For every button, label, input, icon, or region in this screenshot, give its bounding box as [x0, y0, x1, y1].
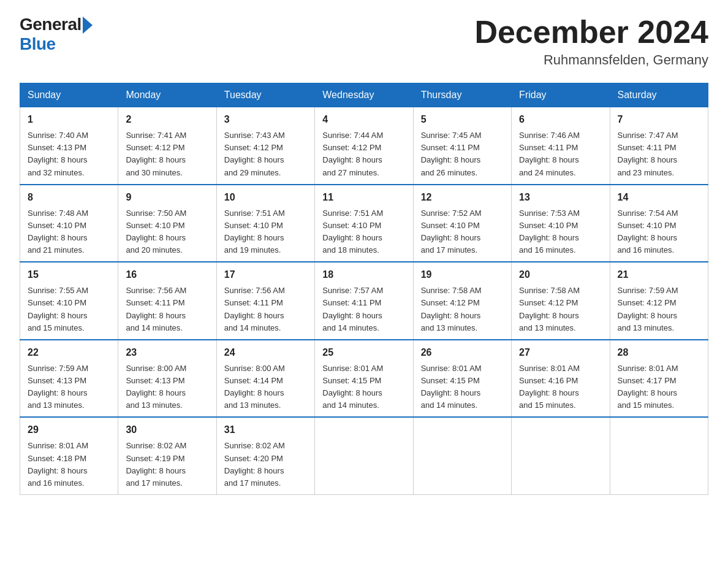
col-header-wednesday: Wednesday [315, 83, 413, 107]
calendar-cell: 6Sunrise: 7:46 AMSunset: 4:11 PMDaylight… [512, 107, 610, 185]
calendar-header-row: SundayMondayTuesdayWednesdayThursdayFrid… [20, 83, 708, 107]
day-info: Sunrise: 7:40 AMSunset: 4:13 PMDaylight:… [28, 129, 110, 179]
day-number: 7 [618, 112, 700, 127]
calendar-week-row: 15Sunrise: 7:55 AMSunset: 4:10 PMDayligh… [20, 262, 708, 340]
calendar-cell: 15Sunrise: 7:55 AMSunset: 4:10 PMDayligh… [20, 262, 118, 340]
day-number: 22 [28, 345, 110, 360]
calendar-cell: 5Sunrise: 7:45 AMSunset: 4:11 PMDaylight… [413, 107, 511, 185]
logo-blue-text: Blue [20, 34, 56, 54]
calendar-cell: 24Sunrise: 8:00 AMSunset: 4:14 PMDayligh… [216, 340, 314, 418]
title-block: December 2024 Ruhmannsfelden, Germany [474, 15, 708, 68]
day-number: 21 [618, 267, 700, 282]
calendar-cell: 3Sunrise: 7:43 AMSunset: 4:12 PMDaylight… [216, 107, 314, 185]
day-number: 9 [126, 190, 208, 205]
calendar-cell: 13Sunrise: 7:53 AMSunset: 4:10 PMDayligh… [512, 185, 610, 262]
day-info: Sunrise: 7:46 AMSunset: 4:11 PMDaylight:… [519, 129, 602, 179]
calendar-cell: 18Sunrise: 7:57 AMSunset: 4:11 PMDayligh… [315, 262, 413, 340]
day-number: 24 [224, 345, 307, 360]
day-number: 2 [126, 112, 208, 127]
calendar-cell: 11Sunrise: 7:51 AMSunset: 4:10 PMDayligh… [315, 185, 413, 262]
day-info: Sunrise: 7:53 AMSunset: 4:10 PMDaylight:… [519, 207, 602, 257]
calendar-week-row: 1Sunrise: 7:40 AMSunset: 4:13 PMDaylight… [20, 107, 708, 185]
calendar-cell: 20Sunrise: 7:58 AMSunset: 4:12 PMDayligh… [512, 262, 610, 340]
day-number: 20 [519, 267, 602, 282]
day-number: 25 [322, 345, 405, 360]
calendar-cell: 19Sunrise: 7:58 AMSunset: 4:12 PMDayligh… [413, 262, 511, 340]
day-info: Sunrise: 7:43 AMSunset: 4:12 PMDaylight:… [224, 129, 307, 179]
day-info: Sunrise: 7:50 AMSunset: 4:10 PMDaylight:… [126, 207, 208, 257]
calendar-cell: 14Sunrise: 7:54 AMSunset: 4:10 PMDayligh… [610, 185, 708, 262]
day-number: 26 [421, 345, 504, 360]
page-header: General Blue December 2024 Ruhmannsfelde… [20, 15, 708, 68]
calendar-cell [610, 417, 708, 494]
day-info: Sunrise: 8:02 AMSunset: 4:20 PMDaylight:… [224, 440, 307, 489]
calendar-cell: 25Sunrise: 8:01 AMSunset: 4:15 PMDayligh… [315, 340, 413, 418]
day-number: 10 [224, 190, 307, 205]
day-number: 6 [519, 112, 602, 127]
day-number: 3 [224, 112, 307, 127]
calendar-cell: 7Sunrise: 7:47 AMSunset: 4:11 PMDaylight… [610, 107, 708, 185]
calendar-week-row: 8Sunrise: 7:48 AMSunset: 4:10 PMDaylight… [20, 185, 708, 262]
calendar-cell: 22Sunrise: 7:59 AMSunset: 4:13 PMDayligh… [20, 340, 118, 418]
day-number: 23 [126, 345, 208, 360]
day-number: 16 [126, 267, 208, 282]
calendar-cell: 2Sunrise: 7:41 AMSunset: 4:12 PMDaylight… [118, 107, 216, 185]
day-info: Sunrise: 7:51 AMSunset: 4:10 PMDaylight:… [224, 207, 307, 257]
day-info: Sunrise: 7:58 AMSunset: 4:12 PMDaylight:… [421, 285, 504, 334]
day-number: 28 [618, 345, 700, 360]
day-number: 31 [224, 423, 307, 437]
day-number: 13 [519, 190, 602, 205]
day-number: 18 [322, 267, 405, 282]
day-info: Sunrise: 7:59 AMSunset: 4:12 PMDaylight:… [618, 285, 700, 334]
calendar-cell: 8Sunrise: 7:48 AMSunset: 4:10 PMDaylight… [20, 185, 118, 262]
calendar-cell: 12Sunrise: 7:52 AMSunset: 4:10 PMDayligh… [413, 185, 511, 262]
day-number: 5 [421, 112, 504, 127]
day-number: 30 [126, 423, 208, 437]
day-info: Sunrise: 7:47 AMSunset: 4:11 PMDaylight:… [618, 129, 700, 179]
calendar-cell: 26Sunrise: 8:01 AMSunset: 4:15 PMDayligh… [413, 340, 511, 418]
day-number: 27 [519, 345, 602, 360]
day-number: 14 [618, 190, 700, 205]
calendar-cell: 10Sunrise: 7:51 AMSunset: 4:10 PMDayligh… [216, 185, 314, 262]
calendar-cell: 31Sunrise: 8:02 AMSunset: 4:20 PMDayligh… [216, 417, 314, 494]
day-info: Sunrise: 8:01 AMSunset: 4:16 PMDaylight:… [519, 362, 602, 412]
day-info: Sunrise: 7:58 AMSunset: 4:12 PMDaylight:… [519, 285, 602, 334]
calendar-cell: 30Sunrise: 8:02 AMSunset: 4:19 PMDayligh… [118, 417, 216, 494]
logo: General Blue [20, 15, 93, 54]
calendar-cell: 17Sunrise: 7:56 AMSunset: 4:11 PMDayligh… [216, 262, 314, 340]
day-info: Sunrise: 8:01 AMSunset: 4:15 PMDaylight:… [322, 362, 405, 412]
calendar-cell: 27Sunrise: 8:01 AMSunset: 4:16 PMDayligh… [512, 340, 610, 418]
day-info: Sunrise: 8:00 AMSunset: 4:14 PMDaylight:… [224, 362, 307, 412]
day-info: Sunrise: 8:01 AMSunset: 4:18 PMDaylight:… [28, 440, 110, 489]
day-number: 1 [28, 112, 110, 127]
day-info: Sunrise: 7:41 AMSunset: 4:12 PMDaylight:… [126, 129, 208, 179]
calendar-cell: 16Sunrise: 7:56 AMSunset: 4:11 PMDayligh… [118, 262, 216, 340]
day-info: Sunrise: 7:51 AMSunset: 4:10 PMDaylight:… [322, 207, 405, 257]
day-info: Sunrise: 7:48 AMSunset: 4:10 PMDaylight:… [28, 207, 110, 257]
calendar-cell [413, 417, 511, 494]
col-header-sunday: Sunday [20, 83, 118, 107]
calendar-cell [315, 417, 413, 494]
day-info: Sunrise: 8:02 AMSunset: 4:19 PMDaylight:… [126, 440, 208, 489]
calendar-cell: 29Sunrise: 8:01 AMSunset: 4:18 PMDayligh… [20, 417, 118, 494]
calendar-cell [512, 417, 610, 494]
col-header-saturday: Saturday [610, 83, 708, 107]
day-info: Sunrise: 7:56 AMSunset: 4:11 PMDaylight:… [224, 285, 307, 334]
logo-arrow-icon [83, 17, 93, 34]
day-number: 12 [421, 190, 504, 205]
calendar-cell: 9Sunrise: 7:50 AMSunset: 4:10 PMDaylight… [118, 185, 216, 262]
location-subtitle: Ruhmannsfelden, Germany [474, 52, 708, 68]
calendar-cell: 1Sunrise: 7:40 AMSunset: 4:13 PMDaylight… [20, 107, 118, 185]
col-header-friday: Friday [512, 83, 610, 107]
day-info: Sunrise: 8:01 AMSunset: 4:17 PMDaylight:… [618, 362, 700, 412]
logo-general-text: General [20, 15, 82, 34]
calendar-table: SundayMondayTuesdayWednesdayThursdayFrid… [20, 83, 708, 495]
day-info: Sunrise: 7:45 AMSunset: 4:11 PMDaylight:… [421, 129, 504, 179]
day-info: Sunrise: 7:56 AMSunset: 4:11 PMDaylight:… [126, 285, 208, 334]
day-number: 19 [421, 267, 504, 282]
day-info: Sunrise: 7:44 AMSunset: 4:12 PMDaylight:… [322, 129, 405, 179]
day-info: Sunrise: 8:00 AMSunset: 4:13 PMDaylight:… [126, 362, 208, 412]
day-info: Sunrise: 7:54 AMSunset: 4:10 PMDaylight:… [618, 207, 700, 257]
calendar-cell: 21Sunrise: 7:59 AMSunset: 4:12 PMDayligh… [610, 262, 708, 340]
calendar-cell: 4Sunrise: 7:44 AMSunset: 4:12 PMDaylight… [315, 107, 413, 185]
